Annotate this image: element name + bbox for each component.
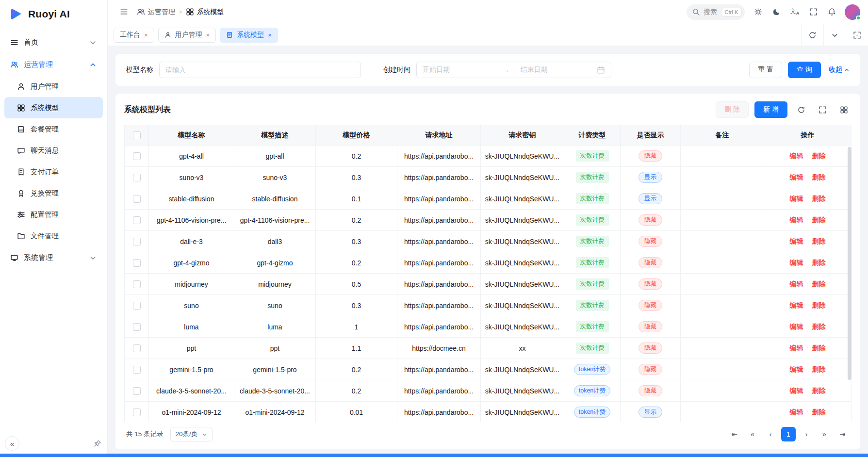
delete-link[interactable]: 删除 [812, 195, 825, 202]
query-button[interactable]: 查 询 [788, 62, 821, 78]
language-button[interactable]: 文A [786, 4, 803, 20]
refresh-tab-button[interactable] [801, 24, 823, 46]
row-checkbox[interactable] [133, 387, 141, 395]
tab-close-icon[interactable]: × [144, 32, 148, 38]
gear-icon [754, 8, 762, 16]
row-checkbox[interactable] [133, 408, 141, 416]
hamburger-menu-button[interactable] [115, 4, 132, 20]
add-button[interactable]: 新 增 [754, 101, 787, 118]
delete-link[interactable]: 删除 [812, 301, 825, 309]
book-icon [17, 125, 25, 133]
first-page-button[interactable]: ⇤ [727, 427, 742, 441]
column-settings-button[interactable] [836, 102, 852, 117]
delete-link[interactable]: 删除 [812, 152, 825, 160]
delete-link[interactable]: 删除 [812, 408, 825, 416]
refresh-table-button[interactable] [793, 102, 809, 117]
edit-link[interactable]: 编辑 [790, 152, 803, 160]
model-name-input[interactable] [159, 62, 361, 78]
row-checkbox[interactable] [133, 238, 141, 245]
row-checkbox[interactable] [133, 259, 141, 267]
calendar-icon [597, 66, 605, 74]
row-checkbox[interactable] [133, 302, 141, 310]
row-checkbox[interactable] [133, 323, 141, 331]
last-page-button[interactable]: ⇥ [835, 427, 850, 441]
row-checkbox[interactable] [133, 280, 141, 288]
edit-link[interactable]: 编辑 [790, 408, 803, 416]
row-checkbox[interactable] [133, 195, 141, 203]
row-checkbox[interactable] [133, 174, 141, 181]
edit-link[interactable]: 编辑 [790, 344, 803, 352]
edit-link[interactable]: 编辑 [790, 301, 803, 309]
delete-link[interactable]: 删除 [812, 365, 825, 373]
edit-link[interactable]: 编辑 [790, 195, 803, 202]
page-size-select[interactable]: 20条/页 [170, 427, 213, 441]
settings-button[interactable] [750, 4, 766, 20]
dark-mode-button[interactable] [768, 4, 785, 20]
global-search[interactable]: 搜索 Ctrl K [687, 4, 745, 20]
select-all-checkbox[interactable] [133, 131, 141, 139]
cell-request-url: https://api.pandarobo... [397, 274, 481, 295]
delete-link[interactable]: 删除 [812, 344, 825, 352]
tab-user-management[interactable]: 用户管理 × [158, 28, 216, 43]
row-checkbox[interactable] [133, 216, 141, 224]
next-group-button[interactable]: » [817, 427, 832, 441]
sidebar-item-config-management[interactable]: 配置管理 [4, 204, 103, 225]
sidebar-item-user-management[interactable]: 用户管理 [4, 76, 103, 97]
tab-close-icon[interactable]: × [206, 32, 210, 38]
delete-link[interactable]: 删除 [812, 280, 825, 288]
visibility-badge: 隐藏 [639, 343, 662, 354]
next-page-button[interactable]: › [799, 427, 814, 441]
tab-options-button[interactable] [823, 24, 846, 46]
prev-group-button[interactable]: « [745, 427, 760, 441]
delete-link[interactable]: 删除 [812, 173, 825, 181]
edit-link[interactable]: 编辑 [790, 387, 803, 394]
table-fullscreen-button[interactable] [815, 102, 830, 117]
content-fullscreen-button[interactable] [846, 24, 868, 46]
sidebar-collapse-button[interactable]: « [5, 436, 19, 451]
sidebar-item-operations[interactable]: 运营管理 [4, 53, 103, 76]
tab-workbench[interactable]: 工作台 × [114, 28, 154, 43]
breadcrumb-operations[interactable]: 运营管理 [137, 8, 175, 16]
tab-system-models[interactable]: 系统模型 × [220, 28, 278, 43]
page-number-button[interactable]: 1 [781, 427, 796, 441]
tab-close-icon[interactable]: × [268, 32, 272, 38]
delete-link[interactable]: 删除 [812, 216, 825, 224]
breadcrumb-system-models[interactable]: 系统模型 [186, 8, 224, 16]
cell-remark [681, 146, 764, 167]
edit-link[interactable]: 编辑 [790, 237, 803, 245]
date-range-picker[interactable]: 开始日期 → 结束日期 [416, 62, 611, 78]
notifications-button[interactable] [823, 4, 840, 20]
cell-remark [681, 167, 764, 188]
user-avatar[interactable] [845, 4, 860, 20]
sidebar-item-payment-orders[interactable]: 支付订单 [4, 161, 103, 182]
sidebar-item-system-management[interactable]: 系统管理 [4, 246, 103, 269]
edit-link[interactable]: 编辑 [790, 323, 803, 330]
row-checkbox[interactable] [133, 152, 141, 160]
edit-link[interactable]: 编辑 [790, 259, 803, 266]
chevron-up-icon [844, 67, 850, 73]
delete-link[interactable]: 删除 [812, 259, 825, 266]
batch-delete-button[interactable]: 删 除 [716, 101, 749, 118]
edit-link[interactable]: 编辑 [790, 216, 803, 224]
edit-link[interactable]: 编辑 [790, 365, 803, 373]
delete-link[interactable]: 删除 [812, 237, 825, 245]
sidebar-item-home[interactable]: 首页 [4, 31, 103, 53]
row-checkbox[interactable] [133, 366, 141, 374]
reset-button[interactable]: 重 置 [749, 62, 782, 78]
edit-link[interactable]: 编辑 [790, 280, 803, 288]
sidebar-item-system-models[interactable]: 系统模型 [4, 97, 103, 118]
sidebar-item-packages[interactable]: 套餐管理 [4, 118, 103, 140]
edit-link[interactable]: 编辑 [790, 173, 803, 181]
sidebar-item-chat-messages[interactable]: 聊天消息 [4, 140, 103, 161]
fullscreen-button[interactable] [805, 4, 821, 20]
collapse-filters-link[interactable]: 收起 [829, 65, 850, 74]
pin-icon[interactable] [93, 440, 101, 448]
sidebar-item-file-management[interactable]: 文件管理 [4, 225, 103, 246]
table-row: gpt-4-gizmo gpt-4-gizmo 0.2 https://api.… [125, 252, 852, 274]
sidebar-item-redeem-management[interactable]: 兑换管理 [4, 182, 103, 204]
table-scrollbar[interactable] [848, 147, 852, 380]
delete-link[interactable]: 删除 [812, 387, 825, 394]
row-checkbox[interactable] [133, 344, 141, 352]
delete-link[interactable]: 删除 [812, 323, 825, 330]
prev-page-button[interactable]: ‹ [763, 427, 778, 441]
